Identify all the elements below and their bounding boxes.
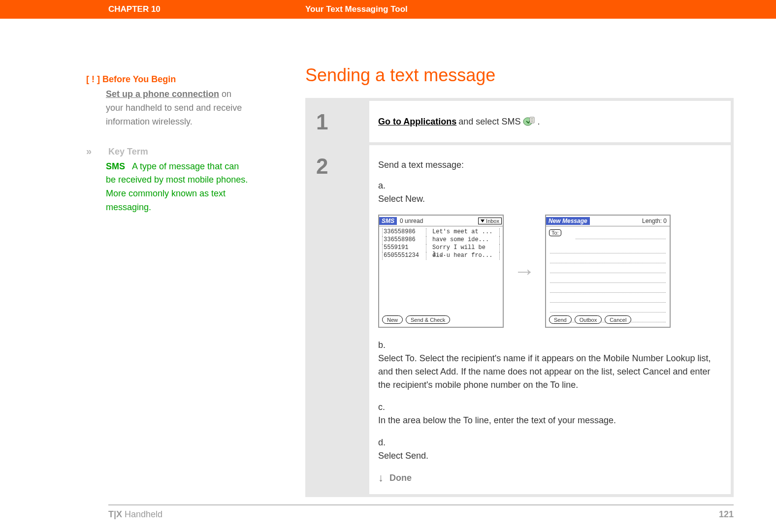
key-term-term: SMS (106, 161, 125, 171)
sidebar: [ ! ] Before You Begin Set up a phone co… (86, 73, 251, 215)
inbox-message-list: 336558986Let's meet at ... 336558986have… (379, 226, 503, 262)
before-you-begin-block: [ ! ] Before You Begin Set up a phone co… (86, 73, 251, 129)
main-content: Sending a text message 1 Go to Applicati… (305, 65, 734, 497)
inbox-row[interactable]: 336558986Let's meet at ... (382, 228, 500, 236)
key-term-definition: A type of message that can be received b… (106, 161, 248, 213)
substep-a-label: a. (378, 179, 392, 192)
substep-d-label: d. (378, 436, 392, 449)
arrow-right-icon: → (514, 259, 535, 283)
inbox-row-preview: have some ide... (431, 236, 500, 244)
substep-d: d. Select Send. (378, 436, 722, 463)
inbox-row[interactable]: 5559191Sorry I will be l... (382, 244, 500, 252)
compose-text-line[interactable] (550, 246, 666, 253)
product-name: T|X Handheld (108, 509, 162, 520)
compose-length-label: Length: 0 (590, 218, 670, 224)
step-1: 1 Go to Applications and select SMS (305, 101, 731, 142)
substep-b-text: Select To. Select the recipient's name i… (378, 352, 713, 392)
page-footer: T|X Handheld 121 (108, 509, 734, 520)
compose-outbox-button[interactable]: Outbox (575, 315, 602, 324)
inbox-send-check-button[interactable]: Send & Check (406, 315, 450, 324)
inbox-unread-count: 0 unread (397, 218, 478, 224)
footer-divider (108, 504, 734, 505)
page-title: Sending a text message (305, 65, 734, 86)
substep-c-text: In the area below the To line, enter the… (378, 414, 713, 427)
compose-text-line[interactable] (550, 295, 666, 303)
step-1-number: 1 (305, 101, 369, 142)
compose-to-button[interactable]: To: (549, 229, 561, 236)
inbox-folder-dropdown[interactable]: Inbox (478, 218, 502, 224)
inbox-app-tag: SMS (379, 217, 397, 225)
substep-d-text: Select Send. (378, 449, 713, 463)
compose-send-button[interactable]: Send (549, 315, 572, 324)
compose-text-line[interactable] (550, 275, 666, 283)
compose-text-line[interactable] (550, 255, 666, 263)
down-arrow-icon: ↓ (378, 471, 384, 484)
product-name-bold: T|X (108, 509, 122, 519)
inbox-row-number: 336558986 (382, 236, 426, 244)
substep-c: c. In the area below the To line, enter … (378, 401, 722, 427)
inbox-row-preview: did u hear fro... (431, 252, 500, 260)
substep-b: b. Select To. Select the recipient's nam… (378, 339, 722, 392)
inbox-row-preview: Let's meet at ... (431, 228, 500, 236)
go-to-applications-link[interactable]: Go to Applications (378, 117, 456, 127)
key-term-title: Key Term (108, 147, 148, 156)
chapter-header: CHAPTER 10 Your Text Messaging Tool (0, 0, 776, 19)
inbox-folder-label: Inbox (486, 218, 499, 224)
done-label: Done (389, 473, 412, 483)
step-2: 2 Send a text message: a. Select New. (305, 145, 731, 494)
key-term-block: » Key Term SMS A type of message that ca… (86, 144, 251, 215)
inbox-row[interactable]: 336558986have some ide... (382, 236, 500, 244)
inbox-new-button[interactable]: New (382, 315, 403, 324)
sms-inbox-screenshot: SMS 0 unread Inbox 336558986Let's meet a… (378, 215, 504, 328)
page-number: 121 (719, 509, 734, 520)
key-term-body: SMS A type of message that can be receiv… (106, 160, 251, 215)
sms-app-icon (522, 116, 535, 127)
inbox-row-number: 6505551234 (382, 252, 426, 260)
step-2-body: Send a text message: a. Select New. SMS (369, 145, 731, 494)
step-1-period: . (537, 117, 540, 127)
alert-marker: [ ! ] (86, 74, 100, 84)
compose-text-line[interactable] (550, 265, 666, 273)
dropdown-triangle-icon (481, 219, 485, 222)
inbox-row[interactable]: 6505551234did u hear fro... (382, 252, 500, 260)
before-you-begin-body: Set up a phone connection on your handhe… (106, 88, 251, 129)
step-1-text-after: and select SMS (458, 117, 520, 127)
compose-text-line[interactable] (550, 305, 666, 313)
substep-b-label: b. (378, 339, 392, 352)
product-name-rest: Handheld (122, 509, 162, 519)
new-message-screenshot: New Message Length: 0 To: (545, 215, 671, 328)
step-1-body: Go to Applications and select SMS . (369, 101, 731, 142)
chapter-title: Your Text Messaging Tool (305, 4, 408, 14)
inbox-row-preview: Sorry I will be l... (431, 244, 500, 252)
setup-phone-connection-link[interactable]: Set up a phone connection (106, 89, 219, 99)
steps-container: 1 Go to Applications and select SMS (305, 98, 734, 497)
before-you-begin-title: Before You Begin (102, 74, 176, 84)
chapter-label: CHAPTER 10 (108, 4, 305, 14)
done-indicator: ↓ Done (378, 471, 722, 484)
substep-c-label: c. (378, 401, 392, 414)
compose-cancel-button[interactable]: Cancel (605, 315, 631, 324)
step-2-number: 2 (305, 145, 369, 494)
compose-text-line[interactable] (550, 285, 666, 293)
key-term-marker: » (86, 144, 106, 159)
inbox-row-number: 5559191 (382, 244, 426, 252)
compose-app-tag: New Message (546, 217, 590, 225)
substep-a-text: Select New. (378, 192, 713, 206)
step-2-intro: Send a text message: (378, 160, 722, 170)
compose-to-line[interactable] (576, 231, 666, 239)
inbox-row-number: 336558986 (382, 228, 426, 236)
device-screenshots: SMS 0 unread Inbox 336558986Let's meet a… (378, 215, 722, 328)
substep-a: a. Select New. (378, 179, 722, 206)
